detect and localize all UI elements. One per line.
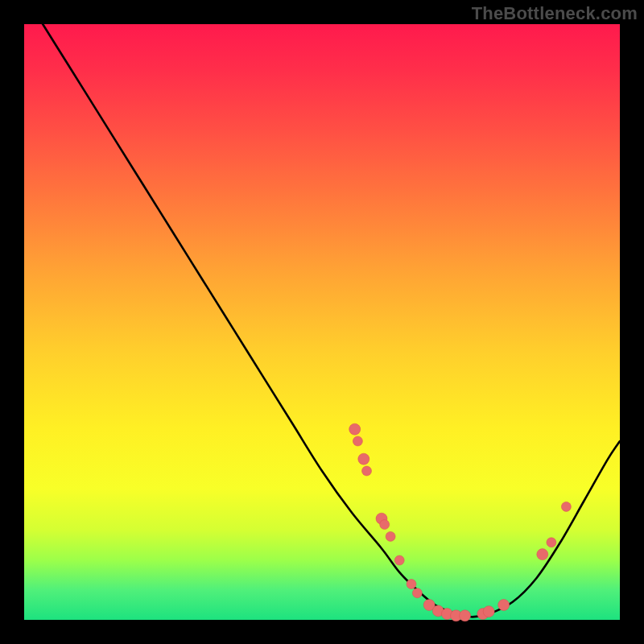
curve-layer (24, 24, 620, 620)
curve-marker (353, 436, 362, 446)
curve-marker (547, 538, 556, 547)
curve-marker (412, 588, 422, 598)
curve-marker (349, 423, 361, 435)
bottleneck-curve-line (24, 0, 620, 617)
curve-marker (561, 502, 571, 511)
curve-markers (349, 423, 572, 621)
curve-marker (407, 580, 416, 589)
curve-marker (394, 555, 404, 565)
curve-marker (537, 549, 548, 560)
curve-marker (380, 520, 390, 530)
curve-marker (460, 610, 471, 621)
curve-marker (483, 606, 494, 617)
watermark-text: TheBottleneck.com (472, 3, 638, 24)
plot-area (24, 24, 620, 620)
curve-marker (358, 453, 369, 464)
chart-container: TheBottleneck.com (0, 0, 644, 644)
curve-marker (362, 466, 372, 476)
curve-marker (498, 600, 510, 611)
curve-marker (386, 531, 395, 541)
